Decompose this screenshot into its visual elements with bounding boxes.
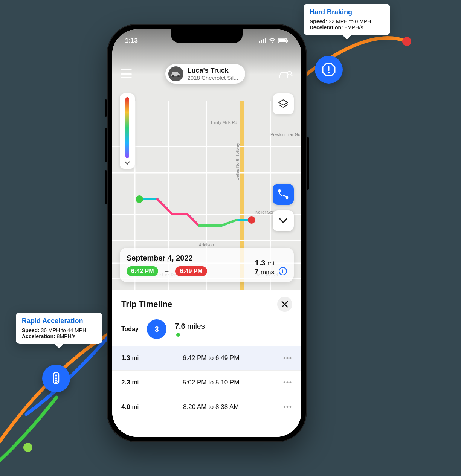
- more-button[interactable]: •••: [283, 379, 292, 386]
- map-label-tollway: Dallas North Tollway: [235, 143, 240, 180]
- more-button[interactable]: •••: [283, 403, 292, 411]
- trip-end-time: 6:49 PM: [175, 266, 207, 276]
- svg-point-0: [402, 37, 411, 46]
- callout-title: Hard Braking: [310, 8, 384, 16]
- svg-marker-23: [279, 100, 288, 105]
- more-button[interactable]: •••: [283, 354, 292, 362]
- trip-row[interactable]: 4.0 mi 8:20 AM to 8:38 AM •••: [112, 395, 301, 419]
- route-icon: [277, 188, 289, 200]
- callout-line-speed: Speed: 32 MPH to 0 MPH.: [310, 18, 384, 24]
- route-button[interactable]: [273, 184, 294, 205]
- trip-count-badge: 3: [147, 319, 166, 339]
- vehicle-subtitle: 2018 Chevrolet Sil...: [187, 75, 238, 81]
- signal-icon: [259, 38, 267, 43]
- speed-legend[interactable]: [120, 93, 135, 169]
- svg-point-8: [55, 380, 57, 383]
- menu-button[interactable]: [121, 69, 132, 78]
- search-vehicle-button[interactable]: [279, 68, 293, 79]
- svg-point-18: [248, 216, 255, 224]
- vehicle-title: Luca's Truck: [187, 67, 238, 75]
- trip-header-card[interactable]: September 4, 2022 6:42 PM → 6:49 PM 1.3 …: [120, 248, 294, 282]
- map-label-preston: Preston Trail Go: [270, 132, 300, 137]
- callout-rapid-accel: Rapid Acceleration Speed: 36 MPH to 44 M…: [16, 313, 102, 344]
- trip-row[interactable]: 2.3 mi 5:02 PM to 5:10 PM •••: [112, 370, 301, 395]
- trip-duration: 7 mins: [254, 267, 274, 276]
- svg-point-7: [55, 377, 57, 380]
- legend-gradient: [125, 97, 129, 158]
- svg-rect-11: [263, 39, 264, 43]
- trip-date: September 4, 2022: [127, 254, 207, 262]
- expand-button[interactable]: [273, 210, 294, 231]
- callout-title: Rapid Acceleration: [22, 317, 96, 325]
- svg-point-6: [55, 374, 57, 377]
- chevron-down-icon: [125, 161, 130, 165]
- callout-line-decel: Deceleration: 8MPH/s: [310, 24, 384, 31]
- chevron-down-icon: [279, 218, 287, 223]
- trip-timeline-sheet: Trip Timeline Today 3 7.6 miles 1.3 mi 6…: [112, 290, 301, 437]
- layers-button[interactable]: [273, 93, 294, 114]
- traffic-light-icon: [49, 371, 64, 386]
- sheet-title: Trip Timeline: [121, 299, 172, 309]
- svg-rect-15: [279, 39, 286, 42]
- callout-line-accel: Acceleration: 8MPH/s: [22, 333, 96, 339]
- arrow-icon: →: [164, 268, 170, 274]
- trip-start-time: 6:42 PM: [127, 266, 158, 276]
- info-button[interactable]: i: [279, 267, 287, 275]
- phone-notch: [171, 29, 243, 43]
- svg-rect-10: [261, 40, 262, 43]
- svg-point-4: [328, 72, 330, 73]
- close-button[interactable]: [277, 297, 292, 312]
- svg-rect-16: [287, 40, 288, 42]
- status-time: 1:13: [125, 37, 138, 44]
- svg-line-22: [291, 75, 292, 76]
- status-dot: [176, 333, 180, 337]
- event-badge-rapid-accel: [42, 365, 70, 392]
- trip-row[interactable]: 1.3 mi 6:42 PM to 6:49 PM •••: [112, 346, 301, 370]
- trip-time-range: 6:42 PM → 6:49 PM: [127, 266, 207, 276]
- svg-point-24: [278, 190, 281, 192]
- total-miles: 7.6 miles: [175, 322, 205, 331]
- trip-distance: 1.3 mi: [254, 259, 274, 267]
- vehicle-selector[interactable]: Luca's Truck 2018 Chevrolet Sil...: [165, 64, 245, 84]
- wifi-icon: [269, 38, 276, 43]
- truck-icon: [171, 70, 181, 78]
- svg-point-17: [136, 195, 143, 203]
- map-label-addison: Addison: [199, 243, 214, 247]
- vehicle-avatar: [168, 66, 183, 81]
- callout-hard-braking: Hard Braking Speed: 32 MPH to 0 MPH. Dec…: [304, 4, 390, 35]
- svg-point-1: [23, 443, 32, 452]
- svg-point-19: [172, 75, 174, 77]
- svg-point-20: [177, 75, 180, 77]
- close-icon: [281, 301, 288, 308]
- map-label-trinity: Trinity Mills Rd: [210, 120, 237, 125]
- alert-octagon-icon: [321, 62, 336, 77]
- event-badge-hard-braking: [315, 56, 343, 84]
- svg-rect-12: [265, 38, 266, 43]
- summary-row: Today 3 7.6 miles: [112, 317, 301, 346]
- today-label: Today: [121, 326, 139, 333]
- battery-icon: [278, 38, 289, 43]
- svg-rect-9: [259, 41, 260, 43]
- phone-frame: 1:13: [107, 24, 307, 442]
- callout-line-speed: Speed: 36 MPH to 44 MPH.: [22, 327, 96, 333]
- svg-point-13: [272, 42, 273, 43]
- layers-icon: [278, 98, 289, 110]
